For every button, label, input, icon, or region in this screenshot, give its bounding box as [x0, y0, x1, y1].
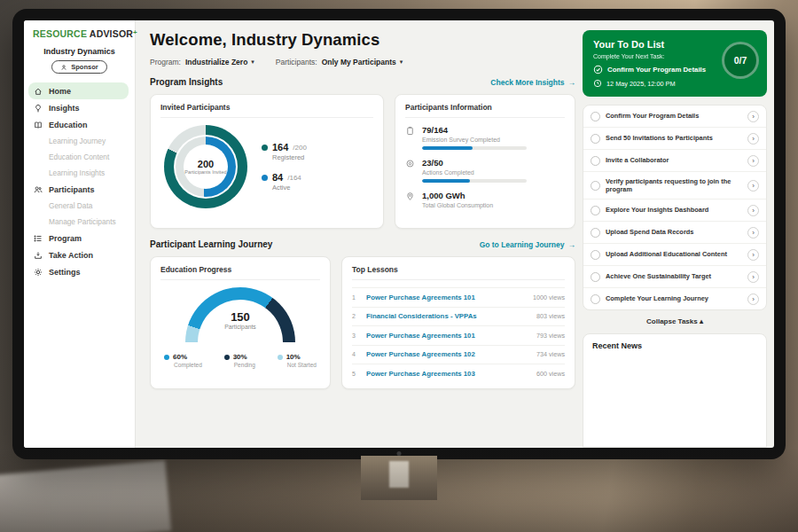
task-label: Upload Additional Educational Content: [606, 250, 742, 259]
sidebar-item-take-action[interactable]: Take Action: [28, 246, 129, 263]
chevron-right-icon[interactable]: ›: [747, 133, 759, 145]
stat-global-consumption: 1,000 GWh Total Global Consumption: [405, 191, 565, 212]
legend-dot: [278, 355, 283, 360]
lesson-link[interactable]: Financial Considerations - VPPAs: [366, 312, 529, 320]
lesson-views: 734 views: [536, 350, 565, 358]
education-gauge-chart: 150 Participants: [185, 287, 295, 342]
task-row-verify-participants[interactable]: Verify participants requesting to join t…: [583, 171, 766, 199]
sidebar-item-settings[interactable]: Settings: [28, 263, 129, 280]
sidebar-item-participants[interactable]: Participants: [28, 181, 129, 198]
task-row-confirm-program[interactable]: Confirm Your Program Details ›: [583, 106, 766, 127]
lesson-link[interactable]: Power Purchase Agreements 102: [366, 350, 529, 358]
gauge-center: 150 Participants: [185, 310, 295, 330]
stat-label: Total Global Consumption: [422, 202, 493, 208]
lesson-link[interactable]: Power Purchase Agreements 103: [366, 370, 529, 378]
sidebar-item-general-data[interactable]: General Data: [28, 198, 129, 214]
lesson-rank: 4: [352, 351, 359, 357]
sidebar-item-label: Take Action: [49, 251, 93, 260]
sponsor-badge: Sponsor: [51, 60, 106, 74]
card-title: Top Lessons: [352, 265, 565, 280]
lightbulb-icon: [34, 104, 43, 113]
lesson-row: 4 Power Purchase Agreements 102 734 view…: [352, 345, 565, 364]
task-row-upload-educational-content[interactable]: Upload Additional Educational Content ›: [583, 243, 766, 265]
chevron-right-icon[interactable]: ›: [747, 155, 759, 167]
sidebar-item-label: Settings: [49, 268, 81, 277]
sidebar-item-home[interactable]: Home: [28, 82, 129, 99]
program-filter[interactable]: Program: Industrialize Zero ▾: [150, 58, 254, 66]
chevron-right-icon[interactable]: ›: [747, 227, 759, 239]
sidebar-item-learning-insights[interactable]: Learning Insights: [28, 165, 129, 181]
check-circle-icon: [593, 65, 603, 74]
task-checkbox[interactable]: [591, 134, 600, 144]
participants-filter[interactable]: Participants: Only My Participants ▾: [276, 58, 403, 66]
chevron-right-icon[interactable]: ›: [747, 180, 759, 192]
legend-total: /200: [293, 144, 307, 152]
brand-word-advisor: ADVISOR: [90, 28, 133, 39]
clipboard-icon: [405, 126, 415, 136]
collapse-label: Collapse Tasks: [646, 317, 698, 325]
legend-label: Active: [272, 184, 307, 192]
task-checkbox[interactable]: [591, 181, 600, 191]
chevron-down-icon: ▾: [251, 59, 254, 66]
gauge-legend: 60% Completed 30% Pending 10% Not Starte…: [160, 353, 320, 368]
sidebar: RESOURCE ADVISOR+ Industry Dynamics Spon…: [24, 20, 136, 448]
donut-center-label: Participants Invited: [184, 169, 226, 176]
task-checkbox[interactable]: [591, 250, 600, 260]
link-label: Check More Insights: [490, 78, 564, 87]
collapse-tasks-link[interactable]: Collapse Tasks ▴: [583, 317, 767, 325]
legend-not-started: 10% Not Started: [278, 353, 317, 368]
lesson-views: 793 views: [536, 332, 565, 340]
sidebar-item-label: Participants: [49, 185, 95, 194]
todo-progress-ring: 0/7: [722, 42, 759, 79]
top-lessons-card: Top Lessons 1 Power Purchase Agreements …: [341, 256, 575, 389]
stat-label: Actions Completed: [422, 169, 527, 176]
arrow-right-icon: →: [568, 240, 576, 249]
legend-value: 30%: [233, 353, 247, 361]
invited-donut-center: 200 Participants Invited: [184, 145, 228, 189]
recent-news-card: Recent News: [583, 333, 767, 448]
person-icon: [60, 64, 67, 71]
stat-value: 1,000 GWh: [422, 191, 493, 200]
learning-journey-header: Participant Learning Journey Go to Learn…: [150, 239, 575, 249]
lesson-link[interactable]: Power Purchase Agreements 101: [366, 293, 526, 301]
lesson-row: 5 Power Purchase Agreements 103 600 view…: [352, 364, 565, 383]
pin-icon: [405, 192, 415, 201]
check-more-insights-link[interactable]: Check More Insights →: [490, 78, 575, 87]
participants-filter-value: Only My Participants: [322, 58, 396, 66]
task-checkbox[interactable]: [591, 156, 600, 166]
chevron-right-icon[interactable]: ›: [747, 205, 759, 216]
task-row-upload-spend-data[interactable]: Upload Spend Data Records ›: [583, 221, 766, 243]
go-to-learning-journey-link[interactable]: Go to Learning Journey →: [480, 240, 575, 249]
sidebar-item-education[interactable]: Education: [28, 116, 129, 133]
sidebar-nav: Home Insights Education Learning Journey…: [24, 82, 135, 280]
task-checkbox[interactable]: [591, 112, 600, 121]
sidebar-item-manage-participants[interactable]: Manage Participants: [28, 214, 129, 230]
task-row-explore-insights[interactable]: Explore Your Insights Dashboard ›: [583, 199, 766, 221]
clock-icon: [593, 79, 602, 88]
sidebar-item-learning-journey[interactable]: Learning Journey: [28, 133, 129, 149]
card-title: Invited Participants: [160, 103, 373, 118]
participants-information-card: Participants Information 79/164 Emission…: [395, 94, 575, 229]
legend-value: 84: [272, 172, 283, 183]
sidebar-item-education-content[interactable]: Education Content: [28, 149, 129, 165]
task-row-invite-collaborator[interactable]: Invite a Collaborator ›: [583, 149, 766, 171]
task-checkbox[interactable]: [591, 206, 600, 215]
task-checkbox[interactable]: [591, 294, 600, 304]
chevron-right-icon[interactable]: ›: [747, 293, 759, 305]
chevron-right-icon[interactable]: ›: [747, 271, 759, 283]
task-row-complete-learning-journey[interactable]: Complete Your Learning Journey ›: [583, 287, 766, 309]
task-checkbox[interactable]: [591, 228, 600, 238]
chevron-right-icon[interactable]: ›: [747, 111, 759, 122]
task-row-send-invitations[interactable]: Send 50 Invitations to Participants ›: [583, 127, 766, 149]
task-checkbox[interactable]: [591, 272, 600, 282]
section-title: Program Insights: [150, 77, 223, 87]
chevron-right-icon[interactable]: ›: [747, 249, 759, 261]
lesson-row: 3 Power Purchase Agreements 101 793 view…: [352, 325, 565, 345]
task-label: Send 50 Invitations to Participants: [606, 134, 742, 143]
task-row-achieve-sustainability-target[interactable]: Achieve One Sustainability Target ›: [583, 265, 766, 287]
sidebar-item-program[interactable]: Program: [28, 230, 129, 246]
todo-next-date-label: 12 May 2025, 12:00 PM: [606, 80, 675, 88]
sidebar-item-insights[interactable]: Insights: [28, 99, 129, 116]
stat-actions-completed: 23/50 Actions Completed: [405, 158, 565, 183]
lesson-link[interactable]: Power Purchase Agreements 101: [366, 332, 529, 340]
